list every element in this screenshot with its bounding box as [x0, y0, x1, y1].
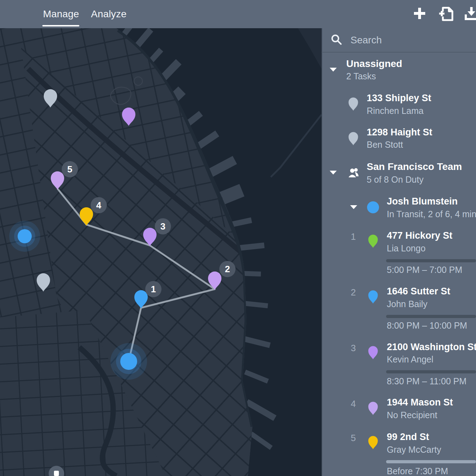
- divider: [322, 52, 476, 53]
- task-address: 1298 Haight St: [367, 127, 432, 138]
- stop-address: 477 Hickory St: [387, 230, 452, 241]
- task-recipient: Ben Stott: [367, 140, 403, 150]
- stop-recipient: Kevin Angel: [387, 354, 433, 365]
- stop-row-5[interactable]: 5 99 2nd St Gray McCarty Before 7:30 PM: [322, 426, 476, 476]
- team-header[interactable]: San Francisco Team 5 of 8 On Duty: [322, 157, 476, 189]
- plus-icon[interactable]: [413, 6, 427, 21]
- tab-analyze[interactable]: Analyze: [91, 8, 127, 20]
- stop-number: 2: [348, 287, 358, 298]
- stop-row-3[interactable]: 3 2100 Washington St Kevin Angel 8:30 PM…: [322, 336, 476, 389]
- driver-avatar: [367, 201, 379, 213]
- svg-text:2: 2: [225, 264, 230, 274]
- stop-recipient: Gray McCarty: [387, 445, 441, 455]
- map-badge-1: 1: [145, 281, 161, 297]
- search-row: [322, 28, 476, 52]
- stop-address: 2100 Washington St: [387, 342, 476, 353]
- stop-row-2[interactable]: 2 1646 Sutter St John Baily 8:00 PM – 10…: [322, 281, 476, 334]
- stop-recipient: John Baily: [387, 299, 427, 309]
- stop-pin-icon: [368, 290, 378, 304]
- driver-dot-west[interactable]: [9, 221, 40, 252]
- active-tab-underline: [42, 25, 79, 26]
- stop-recipient: No Recipient: [387, 410, 437, 420]
- stop-time-window: Before 7:30 PM: [387, 466, 448, 476]
- stop-time-window: 5:00 PM – 7:00 PM: [387, 265, 462, 275]
- map-badge-4: 4: [91, 197, 107, 213]
- stop-time-window: 8:00 PM – 10:00 PM: [387, 321, 467, 331]
- chevron-down-icon[interactable]: [350, 205, 358, 209]
- import-icon[interactable]: [438, 6, 454, 22]
- svg-text:3: 3: [160, 221, 165, 232]
- chevron-down-icon[interactable]: [329, 67, 337, 72]
- search-icon: [331, 34, 343, 46]
- task-recipient: Rinchen Lama: [367, 106, 423, 116]
- driver-dot-josh[interactable]: [110, 343, 147, 380]
- svg-text:4: 4: [96, 200, 102, 210]
- stop-address: 1646 Sutter St: [387, 286, 450, 297]
- team-title: San Francisco Team: [367, 161, 462, 172]
- time-window-bar: [386, 259, 476, 262]
- task-pin-icon: [348, 132, 358, 145]
- chevron-down-icon[interactable]: [329, 170, 337, 175]
- top-bar: Manage Analyze: [0, 0, 476, 28]
- map-badge-3: 3: [155, 218, 171, 234]
- unassigned-header[interactable]: Unassigned 2 Tasks: [322, 55, 476, 86]
- stop-number: 4: [348, 398, 358, 409]
- driver-row[interactable]: Josh Blumstein In Transit, 2 of 6, 4 min: [322, 191, 476, 223]
- time-window-bar: [386, 315, 476, 318]
- task-pin-icon: [348, 97, 358, 111]
- sidebar: Unassigned 2 Tasks 133 Shipley St Rinche…: [322, 28, 476, 476]
- stop-number: 1: [348, 231, 358, 242]
- stop-row-4[interactable]: 4 1944 Mason St No Recipient: [322, 392, 476, 425]
- stop-address: 1944 Mason St: [387, 397, 453, 408]
- stop-pin-icon: [368, 402, 378, 415]
- stop-number: 3: [348, 343, 358, 354]
- unassigned-title: Unassigned: [346, 58, 402, 69]
- search-input[interactable]: [350, 32, 467, 48]
- stop-recipient: Lia Longo: [387, 243, 426, 254]
- driver-name: Josh Blumstein: [387, 196, 458, 207]
- stop-pin-icon: [368, 436, 378, 449]
- svg-text:5: 5: [67, 164, 72, 175]
- tab-manage[interactable]: Manage: [43, 8, 79, 20]
- team-duty-count: 5 of 8 On Duty: [367, 175, 423, 185]
- download-icon[interactable]: [465, 6, 476, 23]
- map-badge-2: 2: [219, 261, 236, 277]
- map-canvas[interactable]: 5 4 3 2 1: [0, 28, 322, 476]
- stop-number: 5: [348, 433, 358, 444]
- time-window-bar: [386, 370, 476, 373]
- stop-pin-icon: [368, 234, 378, 248]
- stop-pin-icon: [368, 346, 378, 359]
- team-icon: [348, 167, 360, 178]
- unassigned-task-row[interactable]: 1298 Haight St Ben Stott: [322, 122, 476, 152]
- stop-time-window: 8:30 PM – 11:00 PM: [387, 376, 466, 386]
- stop-address: 99 2nd St: [387, 432, 429, 443]
- unassigned-count: 2 Tasks: [346, 71, 376, 81]
- app-window: Manage Analyze: [0, 0, 476, 476]
- map-badge-5: 5: [62, 161, 78, 177]
- stop-row-1[interactable]: 1 477 Hickory St Lia Longo 5:00 PM – 7:0…: [322, 225, 476, 278]
- unassigned-task-row[interactable]: 133 Shipley St Rinchen Lama: [322, 88, 476, 118]
- driver-status: In Transit, 2 of 6, 4 min: [387, 209, 476, 219]
- time-window-bar: [386, 460, 476, 463]
- task-address: 133 Shipley St: [367, 93, 431, 104]
- svg-text:1: 1: [151, 284, 156, 294]
